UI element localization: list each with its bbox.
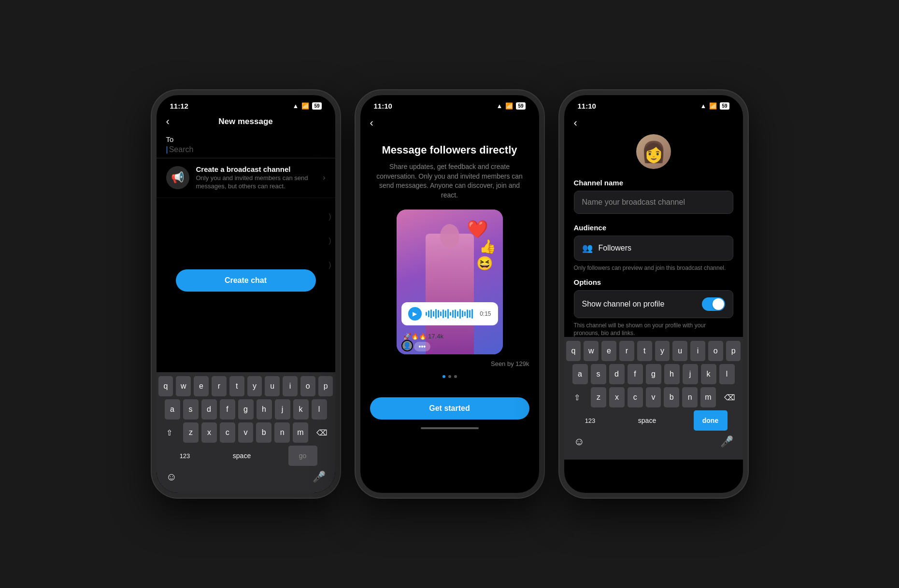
seen-by-label: Seen by 129k (491, 360, 529, 367)
key-d[interactable]: d (609, 364, 625, 384)
key-l[interactable]: l (719, 364, 735, 384)
key-d[interactable]: d (201, 399, 217, 420)
audience-icon: 👥 (582, 243, 593, 253)
keyboard-bottom-extras: ☺ 🎤 (566, 434, 741, 448)
avatar-image: 👩 (641, 140, 666, 164)
more-dots[interactable]: ••• (414, 342, 431, 351)
key-n[interactable]: n (274, 422, 290, 443)
show-profile-toggle[interactable] (702, 297, 725, 311)
volume-up-button (559, 153, 560, 172)
key-u[interactable]: u (672, 341, 687, 361)
get-started-button[interactable]: Get started (370, 397, 529, 420)
emoji-key[interactable]: ☺ (574, 435, 585, 448)
wifi-icon: 📶 (709, 102, 717, 110)
search-row[interactable]: | Search (166, 145, 326, 154)
key-u[interactable]: u (265, 376, 280, 396)
key-f[interactable]: f (628, 364, 643, 384)
key-w[interactable]: w (176, 376, 191, 396)
key-t[interactable]: t (229, 376, 244, 396)
key-m[interactable]: m (293, 422, 308, 443)
key-y[interactable]: y (655, 341, 670, 361)
go-key[interactable]: go (288, 446, 317, 466)
key-w[interactable]: w (584, 341, 599, 361)
key-g[interactable]: g (646, 364, 661, 384)
nav-bar: ‹ New message (157, 112, 335, 131)
broadcast-title: Create a broadcast channel (196, 165, 316, 173)
audience-section: Audience 👥 Followers Only followers can … (574, 224, 733, 271)
key-c[interactable]: c (628, 387, 643, 407)
options-label: Options (574, 278, 733, 286)
channel-name-input[interactable] (574, 191, 733, 214)
signal-icon: ▲ (293, 102, 299, 110)
followers-hint: Only followers can preview and join this… (574, 265, 733, 271)
delete-key[interactable]: ⌫ (719, 387, 741, 407)
key-a[interactable]: a (165, 399, 180, 420)
audience-selector[interactable]: 👥 Followers (574, 236, 733, 261)
key-h[interactable]: h (257, 399, 272, 420)
key-s[interactable]: s (591, 364, 606, 384)
key-m[interactable]: m (700, 387, 716, 407)
key-j[interactable]: j (683, 364, 698, 384)
key-z[interactable]: z (591, 387, 606, 407)
key-k[interactable]: k (293, 399, 309, 420)
volume-up-button (356, 153, 356, 172)
key-p[interactable]: p (726, 341, 741, 361)
audio-card[interactable]: ▶ (401, 302, 498, 325)
key-x[interactable]: x (609, 387, 625, 407)
mic-key[interactable]: 🎤 (313, 471, 326, 483)
shift-key[interactable]: ⇧ (158, 422, 181, 443)
empty-content-area: ) ) ) (157, 198, 335, 256)
key-r[interactable]: r (619, 341, 634, 361)
play-button[interactable]: ▶ (408, 307, 422, 321)
key-r[interactable]: r (212, 376, 227, 396)
key-b[interactable]: b (256, 422, 271, 443)
key-x[interactable]: x (201, 422, 217, 443)
delete-key[interactable]: ⌫ (311, 422, 333, 443)
key-j[interactable]: j (275, 399, 290, 420)
key-e[interactable]: e (194, 376, 209, 396)
key-h[interactable]: h (664, 364, 680, 384)
create-chat-button[interactable]: Create chat (176, 269, 316, 292)
emoji-key[interactable]: ☺ (166, 471, 177, 483)
key-k[interactable]: k (701, 364, 716, 384)
mic-key[interactable]: 🎤 (720, 435, 733, 448)
key-q[interactable]: q (566, 341, 581, 361)
keyboard[interactable]: q w e r t y u i o p a s d f g (157, 372, 335, 493)
key-i[interactable]: i (283, 376, 298, 396)
back-button[interactable]: ‹ (370, 117, 373, 129)
key-q[interactable]: q (158, 376, 173, 396)
keyboard[interactable]: q w e r t y u i o p a s d f g (564, 337, 743, 460)
volume-down-button (152, 177, 152, 196)
broadcast-channel-row[interactable]: 📢 Create a broadcast channel Only you an… (157, 158, 335, 198)
back-button[interactable]: ‹ (574, 117, 577, 129)
key-n[interactable]: n (682, 387, 698, 407)
space-key[interactable]: space (199, 446, 285, 466)
key-e[interactable]: e (601, 341, 616, 361)
key-i[interactable]: i (690, 341, 705, 361)
key-f[interactable]: f (220, 399, 235, 420)
mute-button (152, 134, 152, 147)
followers-label: Followers (599, 244, 631, 252)
key-o[interactable]: o (300, 376, 315, 396)
key-v[interactable]: v (646, 387, 661, 407)
numbers-key[interactable]: 123 (174, 446, 196, 466)
key-z[interactable]: z (183, 422, 199, 443)
key-s[interactable]: s (183, 399, 199, 420)
key-p[interactable]: p (318, 376, 333, 396)
key-b[interactable]: b (664, 387, 679, 407)
key-a[interactable]: a (572, 364, 588, 384)
numbers-key[interactable]: 123 (580, 410, 601, 431)
key-c[interactable]: c (220, 422, 235, 443)
key-o[interactable]: o (708, 341, 723, 361)
key-g[interactable]: g (238, 399, 254, 420)
reactions-text: 🚀🔥🔥 17.4k (403, 333, 443, 340)
done-key[interactable]: done (694, 410, 728, 431)
status-bar: 11:12 ▲ 📶 59 (157, 95, 335, 112)
shift-key[interactable]: ⇧ (566, 387, 588, 407)
key-t[interactable]: t (637, 341, 652, 361)
key-l[interactable]: l (312, 399, 327, 420)
back-button[interactable]: ‹ (166, 115, 170, 128)
key-y[interactable]: y (247, 376, 262, 396)
space-key[interactable]: space (604, 410, 691, 431)
key-v[interactable]: v (238, 422, 254, 443)
